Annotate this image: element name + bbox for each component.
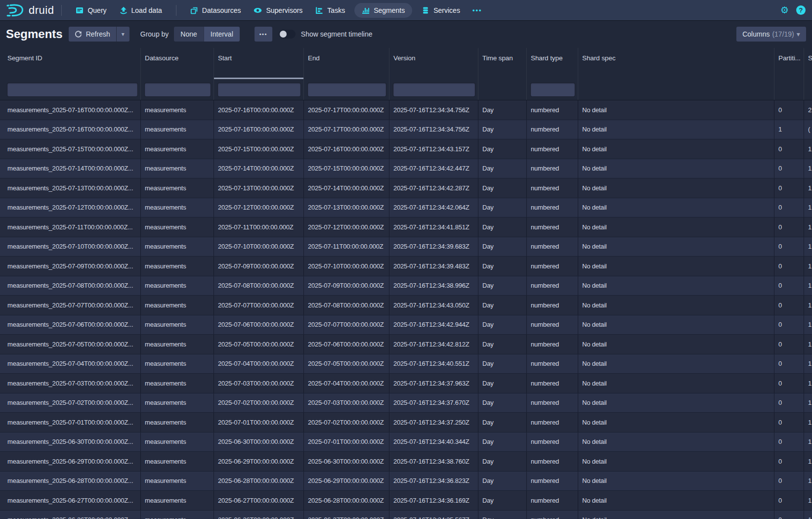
filter-input-id[interactable] [7, 83, 137, 96]
refresh-button[interactable]: Refresh [69, 27, 116, 42]
cell-datasource: measurements [141, 315, 214, 335]
nav-more-button[interactable]: ••• [467, 6, 488, 14]
nav-right: ⚙ ? [780, 5, 812, 15]
datasources-icon [190, 6, 198, 14]
nav-item-segments[interactable]: Segments [354, 3, 412, 18]
cell-end: 2025-07-08T00:00:00.000Z [304, 296, 389, 315]
filter-cell-version [389, 79, 478, 100]
cell-size: 1 [804, 335, 812, 354]
cell-datasource: measurements [141, 276, 214, 296]
table-body: measurements_2025-07-16T00:00:00.000Z...… [0, 100, 812, 519]
cell-span: Day [478, 159, 527, 178]
filter-cell-start [214, 79, 304, 100]
cell-size: 1 [804, 452, 812, 471]
filter-input-shard_type[interactable] [531, 83, 575, 96]
group-by-interval-button[interactable]: Interval [204, 27, 240, 42]
cell-end: 2025-07-17T00:00:00.000Z [304, 100, 389, 120]
cell-end: 2025-07-17T00:00:00.000Z [304, 120, 389, 139]
help-icon[interactable]: ? [796, 5, 806, 15]
column-header-version[interactable]: Version [389, 48, 478, 79]
cell-version: 2025-07-16T12:34:39.683Z [389, 237, 478, 257]
cell-partition: 0 [774, 100, 804, 120]
filter-cell-datasource [141, 79, 214, 100]
filter-input-end[interactable] [308, 83, 386, 96]
group-by-none-button[interactable]: None [174, 27, 203, 42]
cell-id: measurements_2025-06-30T00:00:00.000Z... [0, 432, 141, 452]
cell-shard_spec: No detail [578, 432, 774, 452]
cell-start: 2025-07-02T00:00:00.000Z [214, 393, 304, 413]
cell-shard_type: numbered [527, 432, 578, 452]
filter-input-start[interactable] [218, 83, 300, 96]
cell-shard_type: numbered [527, 354, 578, 374]
database-icon [422, 6, 429, 14]
columns-button[interactable]: Columns (17/19) ▾ [736, 27, 806, 42]
cell-id: measurements_2025-07-11T00:00:00.000Z... [0, 217, 141, 237]
column-header-start[interactable]: Start [214, 48, 304, 79]
cell-shard_type: numbered [527, 491, 578, 510]
druid-console: druid Query [0, 0, 812, 519]
cell-shard_spec: No detail [578, 276, 774, 296]
cell-partition: 0 [774, 413, 804, 432]
cell-partition: 0 [774, 257, 804, 276]
table-row: measurements_2025-07-07T00:00:00.000Z...… [0, 296, 812, 315]
cell-start: 2025-07-13T00:00:00.000Z [214, 178, 304, 198]
cell-partition: 0 [774, 511, 804, 519]
cell-version: 2025-07-16T12:34:38.760Z [389, 452, 478, 471]
cell-start: 2025-07-08T00:00:00.000Z [214, 276, 304, 296]
nav-item-query[interactable]: Query [69, 0, 113, 20]
cell-shard_spec: No detail [578, 139, 774, 159]
cell-start: 2025-07-01T00:00:00.000Z [214, 413, 304, 432]
cell-span: Day [478, 120, 527, 139]
cell-shard_type: numbered [527, 374, 578, 393]
cell-id: measurements_2025-07-16T00:00:00.000Z... [0, 120, 141, 139]
filter-input-version[interactable] [393, 83, 475, 96]
cell-version: 2025-07-16T12:34:43.157Z [389, 139, 478, 159]
cell-span: Day [478, 374, 527, 393]
segment-timeline-switch[interactable] [279, 30, 296, 39]
cell-size: 1 [804, 178, 812, 198]
cell-partition: 0 [774, 139, 804, 159]
nav-item-tasks[interactable]: Tasks [309, 0, 351, 20]
cell-span: Day [478, 413, 527, 432]
cell-shard_type: numbered [527, 257, 578, 276]
column-header-id[interactable]: Segment ID [0, 48, 141, 79]
cell-end: 2025-07-15T00:00:00.000Z [304, 159, 389, 178]
cell-shard_spec: No detail [578, 120, 774, 139]
cell-id: measurements_2025-07-13T00:00:00.000Z... [0, 178, 141, 198]
column-header-size[interactable]: S [804, 48, 812, 79]
cell-start: 2025-07-09T00:00:00.000Z [214, 257, 304, 276]
column-header-shard_spec[interactable]: Shard spec [578, 48, 774, 79]
cell-end: 2025-07-07T00:00:00.000Z [304, 315, 389, 335]
cell-shard_spec: No detail [578, 472, 774, 491]
column-header-span[interactable]: Time span [478, 48, 527, 79]
nav-item-datasources[interactable]: Datasources [184, 0, 248, 20]
cell-span: Day [478, 472, 527, 491]
cell-datasource: measurements [141, 472, 214, 491]
column-header-shard_type[interactable]: Shard type [527, 48, 578, 79]
table-row: measurements_2025-07-12T00:00:00.000Z...… [0, 198, 812, 218]
nav-item-services[interactable]: Services [415, 0, 467, 20]
cell-start: 2025-07-07T00:00:00.000Z [214, 296, 304, 315]
filter-input-datasource[interactable] [145, 83, 211, 96]
nav-item-load-data[interactable]: Load data [113, 0, 169, 20]
nav-item-supervisors[interactable]: Supervisors [247, 0, 309, 20]
cell-span: Day [478, 139, 527, 159]
gear-icon[interactable]: ⚙ [780, 5, 789, 15]
cell-datasource: measurements [141, 335, 214, 354]
cell-shard_type: numbered [527, 296, 578, 315]
cell-size: 1 [804, 491, 812, 510]
segments-table: Segment IDDatasourceStartEndVersionTime … [0, 48, 812, 519]
column-header-datasource[interactable]: Datasource [141, 48, 214, 79]
cell-datasource: measurements [141, 198, 214, 217]
cell-size: 1 [804, 432, 812, 452]
cell-partition: 0 [774, 335, 804, 354]
refresh-caret-button[interactable]: ▾ [116, 27, 129, 42]
cell-span: Day [478, 335, 527, 354]
column-header-end[interactable]: End [304, 48, 389, 79]
column-header-partition[interactable]: Partiti... [774, 48, 804, 79]
toolbar-more-button[interactable]: ••• [255, 27, 272, 42]
cell-span: Day [478, 452, 527, 471]
table-row: measurements_2025-06-30T00:00:00.000Z...… [0, 432, 812, 452]
table-row: measurements_2025-07-03T00:00:00.000Z...… [0, 374, 812, 393]
refresh-label: Refresh [86, 30, 110, 38]
